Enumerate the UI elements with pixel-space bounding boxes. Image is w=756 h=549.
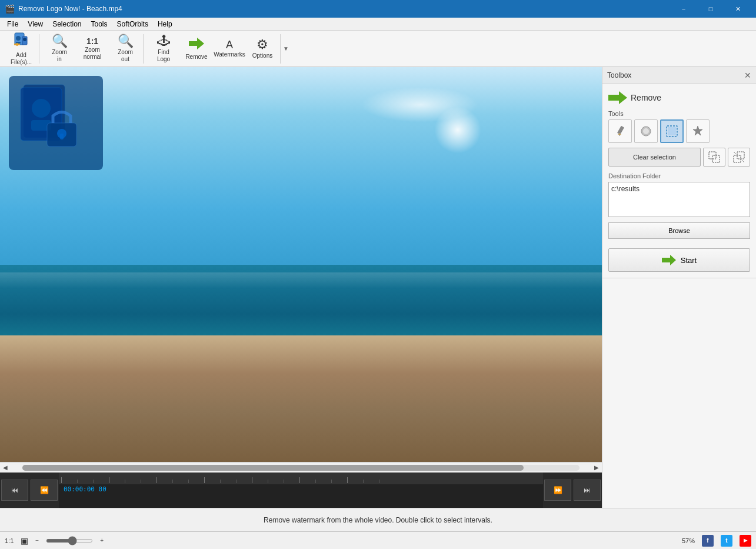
tick	[347, 477, 348, 483]
zoom-in-button[interactable]: 🔍 Zoomin	[44, 34, 75, 64]
video-area	[0, 67, 602, 462]
toolbox-close-button[interactable]: ✕	[744, 71, 751, 80]
remove-header: Remove	[608, 90, 750, 105]
close-button[interactable]: ✕	[724, 0, 751, 18]
tick	[188, 480, 189, 483]
toolbar-expand-arrow[interactable]: ▼	[283, 45, 289, 52]
timeline-prev-button[interactable]: ⏪	[31, 480, 58, 501]
options-icon: ⚙	[257, 38, 268, 51]
title-bar: 🎬 Remove Logo Now! - Beach.mp4 − □ ✕	[0, 0, 756, 18]
zoom-out-button[interactable]: 🔍 Zoomout	[110, 34, 141, 64]
zoom-slider[interactable]	[46, 539, 93, 543]
left-panel: ◀ ▶ ⏮ ⏪	[0, 67, 602, 508]
timeline-timecode: 00:00:00 00	[64, 485, 106, 493]
watermarks-button[interactable]: A Watermarks	[214, 34, 245, 64]
svg-point-1	[16, 36, 21, 41]
clear-selection-button[interactable]: Clear selection	[608, 148, 701, 167]
destination-folder-input[interactable]: c:\results	[608, 182, 750, 217]
tick	[172, 480, 173, 483]
tick	[156, 477, 157, 483]
zoom-normal-icon: 1:1	[86, 37, 98, 45]
browse-button[interactable]: Browse	[608, 222, 750, 239]
toolbar-group-zoom: 🔍 Zoomin 1:1 Zoomnormal 🔍 Zoomout	[42, 34, 144, 64]
facebook-icon[interactable]: f	[702, 535, 714, 547]
selection-contract-button[interactable]	[728, 148, 750, 167]
beach-display	[0, 67, 602, 462]
timeline-ruler	[59, 473, 543, 484]
tick	[109, 477, 109, 483]
scroll-right-arrow[interactable]: ▶	[591, 463, 602, 473]
zoom-increase-icon[interactable]: +	[100, 537, 104, 544]
add-files-label: AddFile(s)...	[11, 52, 32, 66]
content-and-toolbox: ◀ ▶ ⏮ ⏪	[0, 67, 756, 508]
bottom-bar: 1:1 ▣ − + 57% f t ▶	[0, 531, 756, 549]
contract-selection-icon	[732, 151, 745, 164]
tools-section-label: Tools	[608, 110, 750, 117]
add-files-button[interactable]: AddFile(s)...	[6, 34, 36, 64]
tick	[379, 480, 379, 483]
find-logo-button[interactable]: 🕹 FindLogo	[148, 34, 179, 64]
app-icon: 🎬	[5, 4, 15, 14]
tick	[268, 480, 268, 483]
remove-button[interactable]: Remove	[181, 34, 212, 64]
sand-layer	[0, 335, 602, 462]
zoom-out-label: Zoomout	[118, 49, 133, 63]
tick	[77, 480, 78, 483]
twitter-icon[interactable]: t	[721, 535, 732, 547]
svg-point-20	[643, 128, 649, 134]
h-scrollbar-thumb[interactable]	[22, 465, 524, 471]
svg-marker-23	[693, 126, 702, 135]
tick	[61, 477, 62, 483]
magic-select-icon	[691, 125, 704, 138]
zoom-in-icon: 🔍	[52, 35, 68, 48]
toolbox-title: Toolbox	[607, 71, 631, 79]
zoom-decrease-icon[interactable]: −	[35, 537, 39, 544]
timeline-track[interactable]: 00:00:00 00	[59, 473, 543, 508]
zoom-percent-display: 57%	[682, 537, 695, 544]
find-logo-label: FindLogo	[157, 49, 170, 63]
menu-bar: File View Selection Tools SoftOrbits Hel…	[0, 18, 756, 31]
toolbox-panel: Toolbox ✕ Remove Tools	[602, 67, 756, 508]
magic-select-tool-button[interactable]	[686, 119, 710, 143]
minimize-button[interactable]: −	[670, 0, 697, 18]
status-message: Remove watermark from the whole video. D…	[7, 516, 749, 524]
toolbar-group-logo: 🕹 FindLogo Remove A Watermarks ⚙ Options	[146, 34, 281, 64]
tick	[363, 480, 364, 483]
ruler-ticks	[59, 477, 395, 483]
zoom-out-icon: 🔍	[118, 35, 134, 48]
scroll-left-arrow[interactable]: ◀	[0, 463, 11, 473]
timeline-area: ⏮ ⏪	[0, 473, 602, 508]
watermarks-label: Watermarks	[214, 51, 245, 58]
menu-softorbits[interactable]: SoftOrbits	[112, 19, 153, 29]
timeline-first-button[interactable]: ⏮	[1, 480, 28, 501]
tick	[331, 480, 332, 483]
timeline-last-button[interactable]: ⏭	[574, 480, 601, 501]
toolbar-group-file: AddFile(s)...	[4, 34, 39, 64]
zoom-normal-label: Zoomnormal	[84, 46, 102, 61]
menu-file[interactable]: File	[2, 19, 23, 29]
menu-view[interactable]: View	[23, 19, 48, 29]
remove-section-icon	[608, 90, 627, 105]
pencil-icon	[614, 125, 627, 138]
menu-selection[interactable]: Selection	[48, 19, 86, 29]
remove-icon	[189, 37, 204, 52]
tick	[284, 480, 284, 483]
eraser-tool-button[interactable]	[634, 119, 658, 143]
menu-help[interactable]: Help	[153, 19, 177, 29]
svg-marker-15	[608, 91, 627, 104]
main-wrapper: ◀ ▶ ⏮ ⏪	[0, 67, 756, 549]
maximize-button[interactable]: □	[697, 0, 724, 18]
tick	[220, 480, 221, 483]
options-button[interactable]: ⚙ Options	[247, 34, 278, 64]
selection-expand-button[interactable]	[703, 148, 725, 167]
rect-select-tool-button[interactable]	[660, 119, 684, 143]
pencil-tool-button[interactable]	[608, 119, 632, 143]
zoom-normal-button[interactable]: 1:1 Zoomnormal	[77, 34, 108, 64]
svg-point-4	[23, 38, 26, 41]
timeline-next-button[interactable]: ⏩	[544, 480, 571, 501]
h-scrollbar-track[interactable]	[22, 465, 580, 471]
toolbar: AddFile(s)... 🔍 Zoomin 1:1 Zoomnormal 🔍 …	[0, 31, 756, 67]
youtube-icon[interactable]: ▶	[740, 535, 751, 547]
menu-tools[interactable]: Tools	[86, 19, 112, 29]
start-button[interactable]: Start	[608, 248, 750, 272]
